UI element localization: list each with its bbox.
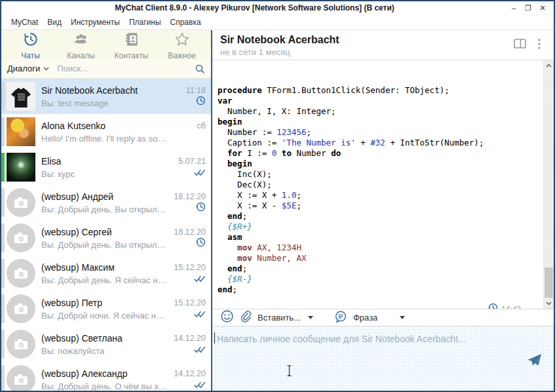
code-line: end;: [218, 284, 538, 295]
title-bar: MyChat Client 8.9.0 - Alexey Pikurov [Ne…: [1, 1, 554, 14]
app-window: MyChat Client 8.9.0 - Alexey Pikurov [Ne…: [0, 0, 555, 392]
chat-list-item[interactable]: Sir Notebook AcerbachtВы: test message11…: [1, 79, 211, 114]
avatar: [7, 365, 35, 391]
message-input-placeholder: Написать личное сообщение для Sir Notebo…: [217, 334, 466, 344]
sidebar-toolbar: ЧатыКаналыКонтактыВажное: [1, 30, 211, 59]
tab-каналы[interactable]: Каналы: [58, 29, 104, 60]
code-line: X := X + 1.0;: [218, 190, 538, 201]
code-line: {$R+}: [218, 222, 538, 232]
chat-list-item[interactable]: ElisaВы: курс5.07.21: [1, 149, 211, 185]
chat-preview: Вы: test message: [41, 98, 168, 108]
message-input[interactable]: Написать личное сообщение для Sir Notebo…: [212, 326, 554, 391]
star-icon: [174, 31, 191, 50]
menu-вид[interactable]: Вид: [43, 16, 66, 29]
chat-status: [194, 274, 206, 284]
more-options-icon[interactable]: [538, 39, 541, 52]
code-line: Number := 123456;: [218, 127, 538, 138]
close-button[interactable]: ✕: [535, 2, 550, 14]
menu-инструменты[interactable]: Инструменты: [66, 16, 124, 29]
chat-list-item[interactable]: (websup) АндрейВы: Добрый день. Вы откры…: [1, 185, 211, 220]
chat-preview: Вы: Добрый день. Я сейчас не в офи...: [41, 275, 168, 285]
window-title: MyChat Client 8.9.0 - Alexey Pikurov [Ne…: [1, 3, 508, 12]
double-check-icon: [194, 167, 206, 179]
chat-list-item[interactable]: (websup) СергейВы: Добрый день. Вы откры…: [1, 220, 211, 256]
chat-preview: Вы: Добрый день. Вы открыли со мн...: [41, 205, 168, 214]
avatar: [7, 224, 35, 252]
tab-контакты[interactable]: Контакты: [109, 29, 155, 60]
scroll-down-icon[interactable]: [544, 299, 554, 308]
chat-list-item[interactable]: (websup) ПетрВы: Доброй ночи. Я сейчас н…: [1, 291, 211, 326]
tab-важное[interactable]: Важное: [159, 29, 205, 60]
menu-mychat[interactable]: MyChat: [7, 16, 43, 29]
chat-time: 15.12.20: [174, 298, 206, 307]
chat-time: 18.12.20: [174, 227, 206, 237]
menu-плагины[interactable]: Плагины: [124, 16, 166, 29]
code-line: var: [218, 96, 538, 106]
chat-history-icon: [22, 31, 39, 50]
filter-label: Диалоги: [7, 64, 40, 73]
avatar: [7, 153, 35, 182]
ibeam-cursor: [286, 364, 293, 380]
code-line: Number, I, X: Integer;: [218, 106, 538, 117]
minimize-button[interactable]: –: [507, 2, 521, 14]
avatar: [7, 294, 35, 323]
chat-list-item[interactable]: (websup) АлександрВы: Добрый день. О чём…: [1, 362, 211, 391]
chat-time: 5.07.21: [178, 157, 206, 166]
chat-header: Sir Notebook Acerbacht не в сети 1 месяц: [212, 30, 554, 60]
chat-name: (websup) Андрей: [41, 191, 168, 202]
chat-title: Sir Notebook Acerbacht: [220, 34, 514, 46]
chat-preview: Вы: курс: [41, 169, 168, 179]
code-line: mov Number, AX: [218, 253, 538, 264]
maximize-button[interactable]: ❐: [521, 2, 535, 14]
scrollbar-thumb[interactable]: [545, 267, 553, 298]
code-line: end;: [218, 211, 538, 222]
emoji-icon[interactable]: [220, 309, 234, 326]
insert-button[interactable]: Вставить...: [258, 313, 301, 323]
tab-чаты[interactable]: Чаты: [8, 29, 54, 60]
messages-scrollbar[interactable]: [543, 60, 554, 309]
scroll-up-icon[interactable]: [544, 61, 554, 70]
phrase-dropdown-icon[interactable]: [400, 316, 405, 319]
chat-preview: Hello! I'm offline. I'll reply as soon a…: [41, 134, 168, 144]
code-line: X := X - $5E;: [218, 201, 538, 211]
menu-справка[interactable]: Справка: [166, 16, 206, 29]
presence-indicator: [1, 188, 5, 217]
menu-bar: MyChatВидИнструментыПлагиныСправка: [1, 14, 554, 30]
channels-icon: [73, 31, 90, 50]
chat-status: [194, 309, 206, 319]
presence-indicator: [1, 294, 5, 323]
search-input[interactable]: Поиск...: [57, 64, 195, 73]
chat-status: [194, 168, 206, 178]
code-line: Dec(X);: [218, 180, 538, 190]
send-icon[interactable]: [527, 353, 542, 367]
attach-file-icon[interactable]: [240, 310, 252, 326]
chat-time: 14.12.20: [174, 369, 206, 378]
insert-dropdown-icon[interactable]: [308, 316, 313, 319]
chat-status: [196, 239, 206, 248]
presence-indicator: [1, 330, 5, 359]
composer-toolbar: Вставить... Фраза: [212, 309, 554, 326]
chat-time: сб: [197, 121, 206, 130]
double-check-icon: [194, 309, 206, 321]
chevron-down-icon: [43, 67, 49, 71]
pending-clock-icon: [196, 237, 206, 250]
search-icon[interactable]: [195, 64, 205, 74]
code-message: procedure TForm1.Button1Click(Sender: TO…: [212, 60, 543, 309]
code-message-time: 14:43: [501, 304, 521, 309]
chat-status: [196, 203, 206, 213]
chat-name: Alona Kutsenko: [41, 121, 168, 131]
toggle-side-panel-icon[interactable]: [514, 39, 526, 51]
code-line: asm: [218, 232, 538, 243]
chat-list-item[interactable]: (websup) МаксимВы: Добрый день. Я сейчас…: [1, 256, 211, 291]
chat-presence-status: не в сети 1 месяц: [220, 47, 514, 57]
dialogs-filter-dropdown[interactable]: Диалоги: [7, 64, 49, 73]
double-check-icon: [194, 273, 206, 285]
phrase-icon[interactable]: [334, 310, 347, 326]
chat-time: 14.12.20: [174, 334, 206, 343]
phrase-button[interactable]: Фраза: [353, 313, 377, 323]
chat-list-item[interactable]: (websup) СветланаВы: пожалуйста14.12.20: [1, 326, 211, 362]
search-row: Диалоги Поиск...: [1, 59, 211, 79]
chat-list-item[interactable]: Alona KutsenkoHello! I'm offline. I'll r…: [1, 114, 211, 149]
presence-indicator: [1, 82, 5, 111]
code-line: for I := 0 to Number do: [218, 148, 538, 159]
